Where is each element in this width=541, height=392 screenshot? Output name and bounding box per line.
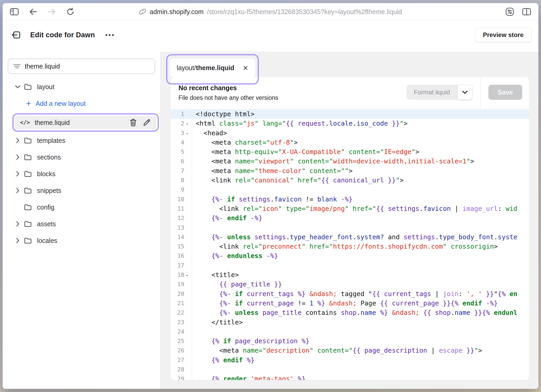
code-line[interactable]: 18⌄ <title> (171, 270, 529, 280)
code-text[interactable] (192, 327, 529, 336)
format-liquid-menu-button[interactable] (457, 85, 472, 100)
code-line[interactable]: 12 {%- endif -%} (171, 213, 529, 223)
code-text[interactable]: {%- if settings.favicon != blank -%} (192, 195, 529, 204)
sidebar-item-theme-liquid[interactable]: </> theme.liquid (15, 116, 156, 129)
code-editor[interactable]: 1<!doctype html>2⌄<html class="js" lang=… (171, 109, 529, 380)
code-text[interactable]: <meta http-equiv="X-UA-Compatible" conte… (192, 147, 529, 157)
code-text[interactable]: <!doctype html> (192, 109, 529, 119)
back-icon[interactable] (29, 8, 38, 16)
code-line[interactable]: 25 {% if page_description %} (171, 336, 529, 346)
code-text[interactable]: </title> (192, 318, 529, 327)
code-line[interactable]: 19 {{ page_title }} (171, 280, 529, 289)
sidebar-item-config[interactable]: config (3, 200, 160, 214)
code-line[interactable]: 11 <link rel="icon" type="image/png" hre… (171, 204, 529, 213)
fold-toggle-icon[interactable]: ⌄ (184, 270, 192, 280)
reload-icon[interactable] (66, 8, 75, 16)
code-text[interactable]: <meta name="viewport" content="width=dev… (192, 157, 529, 166)
code-line[interactable]: 8 <link rel="canonical" href="{{ canonic… (171, 176, 529, 185)
code-line[interactable]: 17 (171, 261, 529, 270)
sidebar-item-layout[interactable]: layout (3, 80, 160, 94)
code-text[interactable]: {%- endunless -%} (192, 251, 529, 261)
code-line[interactable]: 15 <link rel="preconnect" href="https://… (171, 242, 529, 251)
code-line[interactable]: 21 {%- if current_page != 1 %} &ndash; P… (171, 299, 529, 308)
code-line[interactable]: 5 <meta http-equiv="X-UA-Compatible" con… (171, 147, 529, 157)
code-line[interactable]: 27 {% endif %} (171, 356, 529, 365)
code-text[interactable]: {% if page_description %} (192, 336, 529, 346)
code-text[interactable]: {% render 'meta-tags' %} (192, 374, 529, 380)
line-number: 26 (171, 346, 184, 355)
code-line[interactable]: 9 (171, 185, 529, 194)
code-line[interactable]: 29 {% render 'meta-tags' %} (171, 374, 529, 380)
address-bar[interactable]: admin.shopify.com/store/rzq1xu-f5/themes… (139, 8, 402, 15)
code-text[interactable]: {%- if current_tags %} &ndash; tagged "{… (192, 289, 529, 299)
chevron-down-icon (462, 90, 468, 94)
sidebar-item-sections[interactable]: sections (3, 150, 160, 164)
code-text[interactable]: <link rel="preconnect" href="https://fon… (192, 242, 529, 251)
code-text[interactable]: {%- if current_page != 1 %} &ndash; Page… (192, 299, 529, 308)
file-search-input[interactable] (25, 63, 150, 70)
more-menu-icon[interactable]: ••• (104, 31, 116, 39)
code-text[interactable]: {% endif %} (192, 356, 529, 365)
code-text[interactable]: <html class="js" lang="{{ request.locale… (192, 119, 529, 128)
line-number: 11 (171, 204, 184, 213)
fold-spacer (184, 109, 192, 119)
code-line[interactable]: 13 (171, 223, 529, 232)
code-text[interactable]: {%- endif -%} (192, 213, 529, 223)
code-text[interactable]: <meta name="description" content="{{ pag… (192, 346, 529, 355)
code-line[interactable]: 7 <meta name="theme-color" content=""> (171, 166, 529, 176)
preview-store-button[interactable]: Preview store (475, 28, 532, 42)
sidebar-item-templates[interactable]: templates (3, 134, 160, 147)
code-text[interactable]: {{ page_title }} (192, 280, 529, 289)
code-text[interactable] (192, 261, 529, 270)
split-view-icon[interactable] (522, 8, 531, 16)
code-line[interactable]: 10 {%- if settings.favicon != blank -%} (171, 195, 529, 204)
fold-spacer (184, 213, 192, 223)
code-line[interactable]: 26 <meta name="description" content="{{ … (171, 346, 529, 355)
code-text[interactable]: <meta charset="utf-8"> (192, 138, 529, 147)
delete-file-button[interactable] (129, 118, 138, 127)
file-search-box[interactable] (8, 59, 155, 74)
sidebar-toggle-icon[interactable] (10, 8, 19, 16)
code-line[interactable]: 24 (171, 327, 529, 336)
code-text[interactable] (192, 185, 529, 194)
sidebar-item-snippets[interactable]: snippets (3, 184, 160, 197)
close-icon[interactable]: ✕ (243, 65, 248, 71)
tab-theme-liquid[interactable]: layout/theme.liquid ✕ (170, 59, 255, 77)
code-text[interactable]: <head> (192, 128, 529, 138)
code-text[interactable]: <link rel="canonical" href="{{ canonical… (192, 176, 529, 185)
fold-toggle-icon[interactable]: ⌄ (184, 119, 192, 128)
code-line[interactable]: 20 {%- if current_tags %} &ndash; tagged… (171, 289, 529, 299)
code-text[interactable]: <meta name="theme-color" content=""> (192, 166, 529, 176)
code-line[interactable]: 2⌄<html class="js" lang="{{ request.loca… (171, 119, 529, 128)
code-line[interactable]: 22 {%- unless page_title contains shop.n… (171, 308, 529, 317)
sidebar-item-assets[interactable]: assets (3, 217, 160, 231)
code-line[interactable]: 3⌄ <head> (171, 128, 529, 138)
code-line[interactable]: 16 {%- endunless -%} (171, 251, 529, 261)
code-line[interactable]: 28 (171, 365, 529, 374)
format-liquid-button[interactable]: Format liquid (407, 85, 457, 100)
code-text[interactable] (192, 365, 529, 374)
code-text[interactable]: <link rel="icon" type="image/png" href="… (192, 204, 529, 213)
sidebar-item-locales[interactable]: locales (3, 234, 160, 247)
add-layout-button[interactable]: + Add a new layout (3, 97, 160, 110)
exit-editor-icon[interactable] (11, 30, 21, 40)
line-number: 1 (171, 109, 184, 119)
code-line[interactable]: 1<!doctype html> (171, 109, 529, 119)
code-text[interactable]: <title> (192, 270, 529, 280)
sidebar-item-blocks[interactable]: blocks (3, 167, 160, 181)
page-settings-icon[interactable] (505, 7, 514, 16)
line-number: 9 (171, 185, 184, 194)
format-liquid-split-button: Format liquid (407, 85, 472, 100)
save-button[interactable]: Save (488, 85, 522, 100)
rename-file-button[interactable] (142, 118, 151, 127)
code-text[interactable] (192, 223, 529, 232)
forward-icon[interactable] (47, 8, 56, 16)
code-text[interactable]: {%- unless page_title contains shop.name… (192, 308, 529, 317)
fold-toggle-icon[interactable]: ⌄ (184, 128, 192, 138)
code-line[interactable]: 23 </title> (171, 318, 529, 327)
code-line[interactable]: 4 <meta charset="utf-8"> (171, 138, 529, 147)
code-text[interactable]: {%- unless settings.type_header_font.sys… (192, 232, 529, 242)
code-line[interactable]: 6 <meta name="viewport" content="width=d… (171, 157, 529, 166)
line-number: 20 (171, 289, 184, 299)
code-line[interactable]: 14 {%- unless settings.type_header_font.… (171, 232, 529, 242)
